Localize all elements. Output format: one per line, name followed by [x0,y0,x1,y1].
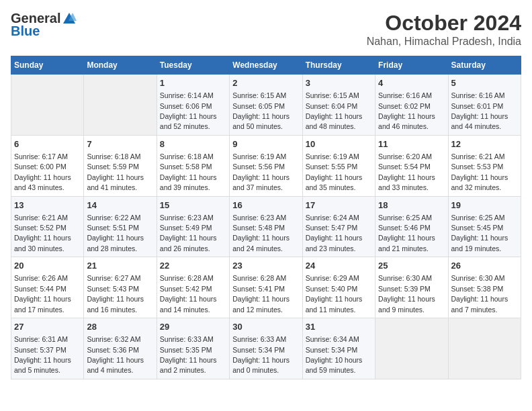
logo: General Blue [11,11,78,39]
day-info: Sunrise: 6:18 AMSunset: 5:58 PMDaylight:… [160,152,217,191]
day-number: 19 [451,199,518,212]
day-info: Sunrise: 6:18 AMSunset: 5:59 PMDaylight:… [87,152,144,191]
calendar-cell: 3Sunrise: 6:15 AMSunset: 6:04 PMDaylight… [302,75,375,136]
header-tuesday: Tuesday [157,56,229,75]
day-number: 27 [14,321,81,333]
day-number: 26 [451,260,518,272]
logo-icon [62,11,77,26]
day-number: 11 [378,138,445,150]
calendar-cell: 22Sunrise: 6:28 AMSunset: 5:42 PMDayligh… [157,257,229,318]
calendar-cell: 26Sunrise: 6:30 AMSunset: 5:38 PMDayligh… [448,257,521,318]
day-number: 23 [232,260,299,272]
day-info: Sunrise: 6:24 AMSunset: 5:47 PMDaylight:… [306,214,363,253]
day-number: 12 [451,138,518,150]
day-number: 16 [232,199,299,212]
day-info: Sunrise: 6:22 AMSunset: 5:51 PMDaylight:… [87,214,144,253]
calendar-cell: 14Sunrise: 6:22 AMSunset: 5:51 PMDayligh… [84,196,157,257]
day-number: 28 [87,321,153,333]
calendar-cell [84,75,157,136]
calendar-cell: 5Sunrise: 6:16 AMSunset: 6:01 PMDaylight… [448,75,521,136]
day-number: 29 [160,321,226,333]
header-sunday: Sunday [11,56,84,75]
day-info: Sunrise: 6:15 AMSunset: 6:05 PMDaylight:… [232,91,290,130]
day-info: Sunrise: 6:28 AMSunset: 5:42 PMDaylight:… [160,274,217,313]
calendar-cell: 4Sunrise: 6:16 AMSunset: 6:02 PMDaylight… [375,75,448,136]
calendar-cell [375,318,448,379]
calendar-cell: 7Sunrise: 6:18 AMSunset: 5:59 PMDaylight… [84,135,157,196]
calendar-row-2: 13Sunrise: 6:21 AMSunset: 5:52 PMDayligh… [11,196,521,257]
day-number: 18 [378,199,445,212]
calendar-cell: 1Sunrise: 6:14 AMSunset: 6:06 PMDaylight… [157,75,229,136]
calendar-cell: 2Sunrise: 6:15 AMSunset: 6:05 PMDaylight… [230,75,302,136]
calendar-cell: 21Sunrise: 6:27 AMSunset: 5:43 PMDayligh… [84,257,157,318]
calendar-cell: 17Sunrise: 6:24 AMSunset: 5:47 PMDayligh… [302,196,375,257]
calendar-cell: 25Sunrise: 6:30 AMSunset: 5:39 PMDayligh… [375,257,448,318]
day-info: Sunrise: 6:21 AMSunset: 5:53 PMDaylight:… [451,152,508,191]
day-number: 22 [160,260,226,272]
calendar-cell: 19Sunrise: 6:25 AMSunset: 5:45 PMDayligh… [448,196,521,257]
calendar-body: 1Sunrise: 6:14 AMSunset: 6:06 PMDaylight… [11,75,521,379]
header-friday: Friday [375,56,448,75]
day-info: Sunrise: 6:28 AMSunset: 5:41 PMDaylight:… [232,274,290,313]
calendar-cell: 13Sunrise: 6:21 AMSunset: 5:52 PMDayligh… [11,196,84,257]
calendar-subtitle: Nahan, Himachal Pradesh, India [367,36,521,48]
day-info: Sunrise: 6:17 AMSunset: 6:00 PMDaylight:… [14,152,71,191]
day-info: Sunrise: 6:19 AMSunset: 5:56 PMDaylight:… [232,152,290,191]
calendar-cell: 20Sunrise: 6:26 AMSunset: 5:44 PMDayligh… [11,257,84,318]
calendar-cell: 29Sunrise: 6:33 AMSunset: 5:35 PMDayligh… [157,318,229,379]
header-thursday: Thursday [302,56,375,75]
day-number: 24 [306,260,372,272]
day-info: Sunrise: 6:32 AMSunset: 5:36 PMDaylight:… [87,335,144,374]
day-number: 5 [451,77,518,89]
day-info: Sunrise: 6:27 AMSunset: 5:43 PMDaylight:… [87,274,144,313]
day-number: 21 [87,260,153,272]
day-info: Sunrise: 6:14 AMSunset: 6:06 PMDaylight:… [160,91,217,130]
day-number: 9 [232,138,299,150]
day-number: 8 [160,138,226,150]
calendar-row-1: 6Sunrise: 6:17 AMSunset: 6:00 PMDaylight… [11,135,521,196]
day-info: Sunrise: 6:30 AMSunset: 5:38 PMDaylight:… [451,274,508,313]
day-info: Sunrise: 6:29 AMSunset: 5:40 PMDaylight:… [306,274,363,313]
day-info: Sunrise: 6:30 AMSunset: 5:39 PMDaylight:… [378,274,435,313]
calendar-cell: 15Sunrise: 6:23 AMSunset: 5:49 PMDayligh… [157,196,229,257]
calendar-row-0: 1Sunrise: 6:14 AMSunset: 6:06 PMDaylight… [11,75,521,136]
day-info: Sunrise: 6:15 AMSunset: 6:04 PMDaylight:… [306,91,363,130]
title-block: October 2024 Nahan, Himachal Pradesh, In… [367,11,521,48]
calendar-table: SundayMondayTuesdayWednesdayThursdayFrid… [11,56,521,379]
day-info: Sunrise: 6:26 AMSunset: 5:44 PMDaylight:… [14,274,71,313]
calendar-header: SundayMondayTuesdayWednesdayThursdayFrid… [11,56,521,75]
day-info: Sunrise: 6:34 AMSunset: 5:34 PMDaylight:… [306,335,363,374]
day-number: 1 [160,77,226,89]
day-number: 2 [232,77,299,89]
day-number: 17 [306,199,372,212]
day-info: Sunrise: 6:20 AMSunset: 5:54 PMDaylight:… [378,152,435,191]
day-info: Sunrise: 6:33 AMSunset: 5:34 PMDaylight:… [232,335,290,374]
day-info: Sunrise: 6:16 AMSunset: 6:01 PMDaylight:… [451,91,508,130]
calendar-row-3: 20Sunrise: 6:26 AMSunset: 5:44 PMDayligh… [11,257,521,318]
calendar-cell [11,75,84,136]
calendar-cell: 28Sunrise: 6:32 AMSunset: 5:36 PMDayligh… [84,318,157,379]
day-info: Sunrise: 6:23 AMSunset: 5:48 PMDaylight:… [232,214,290,253]
calendar-cell: 10Sunrise: 6:19 AMSunset: 5:55 PMDayligh… [302,135,375,196]
day-number: 25 [378,260,445,272]
calendar-cell: 18Sunrise: 6:25 AMSunset: 5:46 PMDayligh… [375,196,448,257]
calendar-cell: 23Sunrise: 6:28 AMSunset: 5:41 PMDayligh… [230,257,302,318]
day-info: Sunrise: 6:16 AMSunset: 6:02 PMDaylight:… [378,91,435,130]
day-info: Sunrise: 6:33 AMSunset: 5:35 PMDaylight:… [160,335,217,374]
calendar-row-4: 27Sunrise: 6:31 AMSunset: 5:37 PMDayligh… [11,318,521,379]
day-info: Sunrise: 6:25 AMSunset: 5:46 PMDaylight:… [378,214,435,253]
calendar-title: October 2024 [367,11,521,36]
calendar-cell: 6Sunrise: 6:17 AMSunset: 6:00 PMDaylight… [11,135,84,196]
day-info: Sunrise: 6:23 AMSunset: 5:49 PMDaylight:… [160,214,217,253]
day-number: 6 [14,138,81,150]
calendar-cell: 30Sunrise: 6:33 AMSunset: 5:34 PMDayligh… [230,318,302,379]
calendar-cell: 9Sunrise: 6:19 AMSunset: 5:56 PMDaylight… [230,135,302,196]
calendar-cell: 12Sunrise: 6:21 AMSunset: 5:53 PMDayligh… [448,135,521,196]
calendar-cell: 31Sunrise: 6:34 AMSunset: 5:34 PMDayligh… [302,318,375,379]
day-info: Sunrise: 6:31 AMSunset: 5:37 PMDaylight:… [14,335,71,374]
day-number: 13 [14,199,81,212]
calendar-cell [448,318,521,379]
calendar-cell: 8Sunrise: 6:18 AMSunset: 5:58 PMDaylight… [157,135,229,196]
day-info: Sunrise: 6:25 AMSunset: 5:45 PMDaylight:… [451,214,508,253]
day-number: 31 [306,321,372,333]
